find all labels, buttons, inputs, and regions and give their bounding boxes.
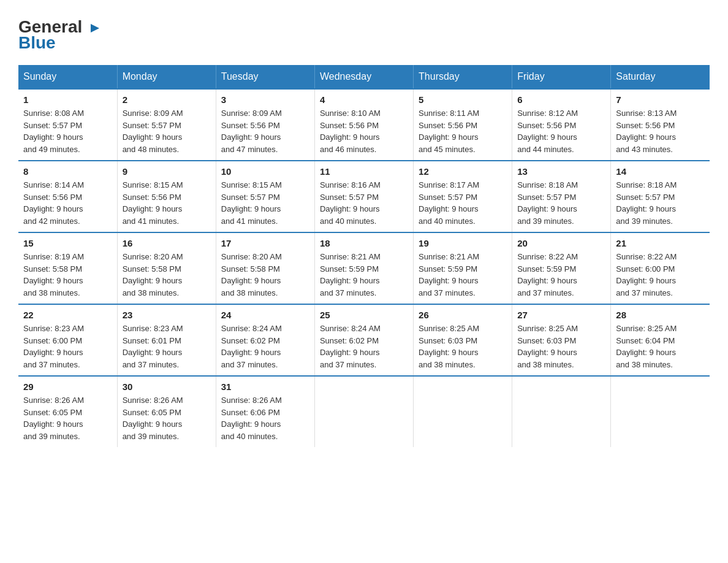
logo: General Blue	[18, 18, 102, 53]
day-info: Sunrise: 8:21 AM Sunset: 5:59 PM Dayligh…	[320, 251, 408, 299]
calendar-cell: 28Sunrise: 8:25 AM Sunset: 6:04 PM Dayli…	[611, 304, 710, 376]
calendar-cell: 12Sunrise: 8:17 AM Sunset: 5:57 PM Dayli…	[414, 161, 512, 232]
logo-blue-text: Blue	[18, 33, 56, 53]
calendar-cell	[314, 376, 413, 447]
header-thursday: Thursday	[414, 65, 512, 89]
calendar-cell	[414, 376, 512, 447]
day-number: 26	[419, 310, 507, 320]
calendar-cell: 13Sunrise: 8:18 AM Sunset: 5:57 PM Dayli…	[512, 161, 611, 232]
day-number: 23	[123, 310, 211, 320]
day-number: 6	[517, 94, 605, 105]
calendar-cell: 7Sunrise: 8:13 AM Sunset: 5:56 PM Daylig…	[611, 89, 710, 161]
header-saturday: Saturday	[611, 65, 710, 89]
day-info: Sunrise: 8:16 AM Sunset: 5:57 PM Dayligh…	[320, 179, 408, 227]
day-number: 18	[320, 238, 408, 248]
day-number: 31	[221, 381, 309, 392]
calendar-cell: 1Sunrise: 8:08 AM Sunset: 5:57 PM Daylig…	[18, 89, 117, 161]
day-info: Sunrise: 8:17 AM Sunset: 5:57 PM Dayligh…	[419, 179, 507, 227]
day-number: 15	[23, 238, 112, 248]
day-number: 28	[616, 310, 705, 320]
day-info: Sunrise: 8:18 AM Sunset: 5:57 PM Dayligh…	[616, 179, 705, 227]
day-number: 21	[616, 238, 705, 248]
day-number: 22	[23, 310, 112, 320]
calendar-week-5: 29Sunrise: 8:26 AM Sunset: 6:05 PM Dayli…	[18, 376, 710, 447]
day-info: Sunrise: 8:12 AM Sunset: 5:56 PM Dayligh…	[517, 107, 605, 155]
calendar-cell: 9Sunrise: 8:15 AM Sunset: 5:56 PM Daylig…	[117, 161, 216, 232]
calendar-header-row: SundayMondayTuesdayWednesdayThursdayFrid…	[18, 65, 710, 89]
day-info: Sunrise: 8:20 AM Sunset: 5:58 PM Dayligh…	[221, 251, 309, 299]
calendar-week-1: 1Sunrise: 8:08 AM Sunset: 5:57 PM Daylig…	[18, 89, 710, 161]
day-number: 13	[517, 166, 605, 177]
page-header: General Blue	[18, 18, 710, 53]
calendar-cell: 5Sunrise: 8:11 AM Sunset: 5:56 PM Daylig…	[414, 89, 512, 161]
day-info: Sunrise: 8:25 AM Sunset: 6:03 PM Dayligh…	[517, 323, 605, 370]
day-number: 19	[419, 238, 507, 248]
day-number: 2	[123, 94, 211, 105]
header-friday: Friday	[512, 65, 611, 89]
svg-marker-0	[91, 24, 99, 33]
day-number: 1	[23, 94, 112, 105]
day-info: Sunrise: 8:10 AM Sunset: 5:56 PM Dayligh…	[320, 107, 408, 155]
calendar-cell: 2Sunrise: 8:09 AM Sunset: 5:57 PM Daylig…	[117, 89, 216, 161]
calendar-cell: 31Sunrise: 8:26 AM Sunset: 6:06 PM Dayli…	[216, 376, 314, 447]
calendar-cell	[512, 376, 611, 447]
day-number: 4	[320, 94, 408, 105]
day-info: Sunrise: 8:09 AM Sunset: 5:57 PM Dayligh…	[123, 107, 211, 155]
day-number: 29	[23, 381, 112, 392]
day-info: Sunrise: 8:21 AM Sunset: 5:59 PM Dayligh…	[419, 251, 507, 299]
calendar-cell: 24Sunrise: 8:24 AM Sunset: 6:02 PM Dayli…	[216, 304, 314, 376]
calendar-table: SundayMondayTuesdayWednesdayThursdayFrid…	[18, 65, 710, 447]
day-info: Sunrise: 8:24 AM Sunset: 6:02 PM Dayligh…	[221, 323, 309, 370]
day-number: 25	[320, 310, 408, 320]
day-info: Sunrise: 8:22 AM Sunset: 6:00 PM Dayligh…	[616, 251, 705, 299]
day-number: 12	[419, 166, 507, 177]
day-number: 9	[123, 166, 211, 177]
header-monday: Monday	[117, 65, 216, 89]
calendar-cell: 29Sunrise: 8:26 AM Sunset: 6:05 PM Dayli…	[18, 376, 117, 447]
calendar-cell: 11Sunrise: 8:16 AM Sunset: 5:57 PM Dayli…	[314, 161, 413, 232]
day-info: Sunrise: 8:08 AM Sunset: 5:57 PM Dayligh…	[23, 107, 112, 155]
calendar-cell: 16Sunrise: 8:20 AM Sunset: 5:58 PM Dayli…	[117, 232, 216, 304]
day-info: Sunrise: 8:22 AM Sunset: 5:59 PM Dayligh…	[517, 251, 605, 299]
calendar-cell: 17Sunrise: 8:20 AM Sunset: 5:58 PM Dayli…	[216, 232, 314, 304]
day-number: 17	[221, 238, 309, 248]
header-sunday: Sunday	[18, 65, 117, 89]
day-info: Sunrise: 8:19 AM Sunset: 5:58 PM Dayligh…	[23, 251, 112, 299]
day-info: Sunrise: 8:15 AM Sunset: 5:56 PM Dayligh…	[123, 179, 211, 227]
day-info: Sunrise: 8:24 AM Sunset: 6:02 PM Dayligh…	[320, 323, 408, 370]
day-number: 7	[616, 94, 705, 105]
day-number: 16	[123, 238, 211, 248]
calendar-cell: 26Sunrise: 8:25 AM Sunset: 6:03 PM Dayli…	[414, 304, 512, 376]
calendar-cell: 22Sunrise: 8:23 AM Sunset: 6:00 PM Dayli…	[18, 304, 117, 376]
calendar-cell: 30Sunrise: 8:26 AM Sunset: 6:05 PM Dayli…	[117, 376, 216, 447]
day-info: Sunrise: 8:13 AM Sunset: 5:56 PM Dayligh…	[616, 107, 705, 155]
day-info: Sunrise: 8:18 AM Sunset: 5:57 PM Dayligh…	[517, 179, 605, 227]
calendar-cell: 23Sunrise: 8:23 AM Sunset: 6:01 PM Dayli…	[117, 304, 216, 376]
header-wednesday: Wednesday	[314, 65, 413, 89]
calendar-week-4: 22Sunrise: 8:23 AM Sunset: 6:00 PM Dayli…	[18, 304, 710, 376]
day-info: Sunrise: 8:14 AM Sunset: 5:56 PM Dayligh…	[23, 179, 112, 227]
day-number: 14	[616, 166, 705, 177]
calendar-cell: 21Sunrise: 8:22 AM Sunset: 6:00 PM Dayli…	[611, 232, 710, 304]
day-info: Sunrise: 8:23 AM Sunset: 6:01 PM Dayligh…	[123, 323, 211, 370]
calendar-cell: 3Sunrise: 8:09 AM Sunset: 5:56 PM Daylig…	[216, 89, 314, 161]
calendar-cell: 14Sunrise: 8:18 AM Sunset: 5:57 PM Dayli…	[611, 161, 710, 232]
calendar-week-2: 8Sunrise: 8:14 AM Sunset: 5:56 PM Daylig…	[18, 161, 710, 232]
day-number: 8	[23, 166, 112, 177]
calendar-cell: 25Sunrise: 8:24 AM Sunset: 6:02 PM Dayli…	[314, 304, 413, 376]
calendar-cell: 27Sunrise: 8:25 AM Sunset: 6:03 PM Dayli…	[512, 304, 611, 376]
day-info: Sunrise: 8:09 AM Sunset: 5:56 PM Dayligh…	[221, 107, 309, 155]
calendar-cell: 15Sunrise: 8:19 AM Sunset: 5:58 PM Dayli…	[18, 232, 117, 304]
day-number: 27	[517, 310, 605, 320]
calendar-cell: 19Sunrise: 8:21 AM Sunset: 5:59 PM Dayli…	[414, 232, 512, 304]
day-info: Sunrise: 8:26 AM Sunset: 6:06 PM Dayligh…	[221, 394, 309, 442]
header-tuesday: Tuesday	[216, 65, 314, 89]
day-number: 11	[320, 166, 408, 177]
calendar-cell: 6Sunrise: 8:12 AM Sunset: 5:56 PM Daylig…	[512, 89, 611, 161]
calendar-cell	[611, 376, 710, 447]
day-number: 5	[419, 94, 507, 105]
day-info: Sunrise: 8:25 AM Sunset: 6:03 PM Dayligh…	[419, 323, 507, 370]
day-info: Sunrise: 8:25 AM Sunset: 6:04 PM Dayligh…	[616, 323, 705, 370]
calendar-cell: 4Sunrise: 8:10 AM Sunset: 5:56 PM Daylig…	[314, 89, 413, 161]
day-number: 20	[517, 238, 605, 248]
